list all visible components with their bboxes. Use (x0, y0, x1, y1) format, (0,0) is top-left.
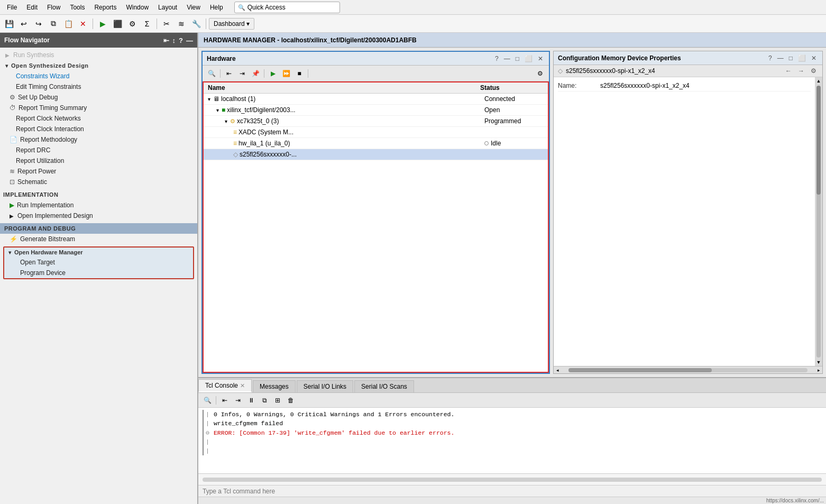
sigma-button[interactable]: Σ (140, 17, 154, 31)
sv-down-arrow[interactable]: ▼ (815, 359, 822, 366)
tcl-input[interactable] (203, 488, 822, 495)
hw-pin-button[interactable]: 📌 (250, 68, 261, 79)
config-gear-icon[interactable]: ⚙ (809, 67, 818, 75)
config-question-icon[interactable]: ? (767, 54, 774, 62)
quick-access-input[interactable] (247, 4, 332, 11)
tree-row-hw-ila1[interactable]: ≡ hw_ila_1 (u_ila_0) Idle (204, 138, 548, 149)
menu-view[interactable]: View (183, 3, 204, 12)
menu-reports[interactable]: Reports (90, 3, 120, 12)
console-pause-btn[interactable]: ⏸ (245, 395, 257, 406)
nav-report-timing[interactable]: ⏱ Report Timing Summary (0, 103, 197, 113)
undo-button[interactable]: ↩ (17, 17, 31, 31)
nav-program-device[interactable]: Program Device (4, 268, 193, 278)
menu-tools[interactable]: Tools (66, 3, 88, 12)
menu-window[interactable]: Window (122, 3, 152, 12)
console-clear-btn[interactable]: 🗑 (285, 395, 297, 406)
nav-open-implemented[interactable]: ▶ Open Implemented Design (0, 210, 197, 221)
run-button[interactable]: ▶ (96, 17, 109, 31)
hw-stop-button[interactable]: ■ (293, 68, 305, 79)
config-minimize-icon[interactable]: — (776, 54, 785, 62)
console-scrollbar-h[interactable] (203, 478, 822, 482)
scroll-right-arrow[interactable]: ▸ (815, 366, 822, 374)
nav-constraints-wizard[interactable]: Constraints Wizard (0, 71, 197, 81)
config-maximize-icon[interactable]: ⬜ (796, 54, 807, 62)
config-back-arrow[interactable]: ← (784, 67, 793, 75)
nav-edit-timing[interactable]: Edit Timing Constraints (0, 81, 197, 92)
run-synth-button[interactable]: ⬛ (111, 17, 124, 31)
console-input-row[interactable] (198, 485, 826, 497)
scroll-left-arrow[interactable]: ◂ (554, 366, 561, 374)
nav-collapse-icon[interactable]: ⇤ (163, 36, 169, 44)
nav-setup-debug[interactable]: ⚙ Set Up Debug (0, 92, 197, 103)
dashboard-button[interactable]: Dashboard ▾ (209, 18, 254, 30)
paste-button[interactable]: 📋 (61, 17, 75, 31)
tcl-console-close[interactable]: ✕ (240, 382, 245, 389)
nav-report-clock-interaction[interactable]: Report Clock Interaction (0, 124, 197, 134)
nav-run-synthesis[interactable]: ▶ Run Synthesis (0, 50, 197, 60)
panel-close-icon[interactable]: ✕ (536, 54, 545, 63)
nav-close-icon[interactable]: — (186, 36, 193, 44)
tree-row-xc7k325t[interactable]: ▾ ⚙ xc7k325t_0 (3) Programmed (204, 116, 548, 127)
console-search-btn[interactable]: 🔍 (201, 395, 213, 406)
wave-button[interactable]: ≋ (175, 17, 188, 31)
hw-gear-button[interactable]: ⚙ (534, 68, 546, 79)
tree-row-localhost[interactable]: ▾ 🖥 localhost (1) Connected (204, 94, 548, 105)
quick-access-box[interactable] (234, 2, 340, 13)
nav-generate-bitstream[interactable]: ⚡ Generate Bitstream (0, 234, 197, 244)
hw-expand-all-button[interactable]: ⇥ (236, 68, 248, 79)
tree-row-xilinx-tcf[interactable]: ▾ ■ xilinx_tcf/Digilent/2003... Open (204, 105, 548, 116)
nav-program-debug[interactable]: PROGRAM AND DEBUG (0, 223, 197, 234)
delete-button[interactable]: ✕ (76, 17, 90, 31)
cut-button[interactable]: ✂ (160, 17, 173, 31)
nav-schematic[interactable]: ⊡ Schematic (0, 177, 197, 187)
panel-maximize-icon[interactable]: ⬜ (523, 54, 534, 63)
panel-question-icon[interactable]: ? (493, 54, 500, 63)
new-file-button[interactable]: 💾 (2, 17, 16, 31)
nav-open-target[interactable]: Open Target (4, 257, 193, 268)
nav-report-power[interactable]: ≋ Report Power (0, 166, 197, 177)
menu-flow[interactable]: Flow (43, 3, 64, 12)
copy-button[interactable]: ⧉ (47, 17, 60, 31)
tree-row-xadc[interactable]: ≡ XADC (System M... (204, 127, 548, 138)
console-collapse-btn[interactable]: ⇤ (219, 395, 231, 406)
nav-implementation[interactable]: IMPLEMENTATION (0, 189, 197, 200)
nav-open-synthesized[interactable]: ▾ Open Synthesized Design (0, 60, 197, 71)
nav-report-clock-networks[interactable]: Report Clock Networks (0, 113, 197, 124)
tab-messages[interactable]: Messages (253, 380, 296, 392)
nav-report-utilization[interactable]: Report Utilization (0, 155, 197, 166)
hw-fast-fwd-button[interactable]: ⏩ (280, 68, 292, 79)
console-expand-btn[interactable]: ⇥ (232, 395, 244, 406)
hw-play-button[interactable]: ▶ (267, 68, 279, 79)
panel-restore-icon[interactable]: □ (514, 54, 521, 63)
hw-collapse-all-button[interactable]: ⇤ (223, 68, 235, 79)
sv-up-arrow[interactable]: ▲ (815, 77, 822, 85)
menu-edit[interactable]: Edit (23, 3, 41, 12)
config-restore-icon[interactable]: □ (787, 54, 794, 62)
fpga-expand-arrow[interactable]: ▾ (225, 118, 227, 124)
tcf-expand-arrow[interactable]: ▾ (216, 107, 219, 113)
console-table-btn[interactable]: ⊞ (272, 395, 283, 406)
panel-minimize-icon[interactable]: — (502, 54, 512, 63)
nav-run-implementation[interactable]: ▶ Run Implementation (0, 200, 197, 210)
config-close-icon[interactable]: ✕ (810, 54, 818, 62)
hw-search-button[interactable]: 🔍 (206, 68, 217, 79)
console-copy-btn[interactable]: ⧉ (259, 395, 270, 406)
tab-tcl-console[interactable]: Tcl Console ✕ (198, 379, 252, 392)
localhost-expand-arrow[interactable]: ▾ (208, 96, 210, 102)
menu-file[interactable]: File (3, 3, 21, 12)
tab-serial-io-scans[interactable]: Serial I/O Scans (354, 380, 414, 392)
settings-button[interactable]: ⚙ (125, 17, 139, 31)
redo-button[interactable]: ↪ (32, 17, 45, 31)
debug-button[interactable]: 🔧 (189, 17, 203, 31)
menu-layout[interactable]: Layout (154, 3, 181, 12)
nav-question-icon[interactable]: ? (179, 36, 183, 44)
tree-row-s25fl256[interactable]: ◇ s25fl256sxxxxxx0-... (204, 149, 548, 160)
nav-restore-icon[interactable]: ↕ (172, 36, 176, 44)
nav-report-methodology[interactable]: 📄 Report Methodology (0, 134, 197, 145)
nav-report-drc[interactable]: Report DRC (0, 145, 197, 155)
menu-help[interactable]: Help (206, 3, 227, 12)
hw-toolbar-sep3 (308, 69, 308, 78)
tab-serial-io-links[interactable]: Serial I/O Links (297, 380, 353, 392)
nav-open-hw-manager[interactable]: ▾ Open Hardware Manager (4, 248, 193, 257)
config-forward-arrow[interactable]: → (796, 67, 806, 75)
